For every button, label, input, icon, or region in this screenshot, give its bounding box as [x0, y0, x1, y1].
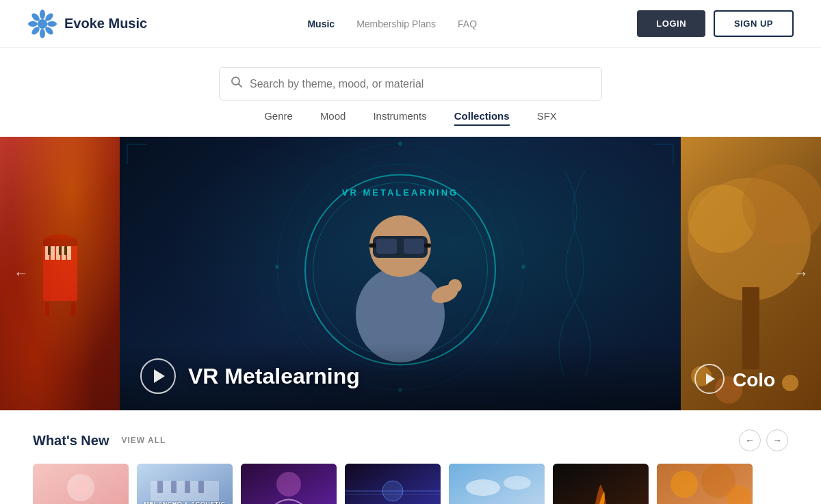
header-buttons: LOGIN SIGN UP: [637, 10, 794, 37]
main-nav: Music Membership Plans FAQ: [147, 18, 637, 29]
scroll-prev-button[interactable]: ←: [739, 429, 761, 451]
carousel-next-button[interactable]: →: [794, 265, 809, 282]
logo-icon: [27, 9, 57, 39]
nav-music[interactable]: Music: [307, 18, 335, 29]
svg-rect-62: [198, 481, 204, 493]
album-item[interactable]: SONAH 2: [241, 464, 337, 504]
search-bar: [219, 67, 602, 101]
view-all-link[interactable]: VIEW ALL: [121, 436, 166, 445]
svg-point-31: [521, 265, 525, 269]
svg-point-33: [275, 265, 279, 269]
nav-membership[interactable]: Membership Plans: [356, 18, 436, 29]
whats-new-header: What's New VIEW ALL ← →: [33, 429, 788, 451]
svg-point-53: [782, 375, 798, 391]
svg-point-4: [40, 29, 45, 38]
play-icon: [154, 369, 165, 383]
svg-point-46: [448, 279, 462, 293]
scroll-arrows: ← →: [739, 429, 788, 451]
album-art-5: [449, 464, 545, 504]
scroll-next-button[interactable]: →: [766, 429, 788, 451]
album-art-1: [33, 464, 129, 504]
album-item[interactable]: CINEMATIC INTENSE: [553, 464, 649, 504]
svg-point-8: [38, 19, 47, 29]
svg-rect-35: [127, 144, 128, 164]
svg-rect-41: [376, 239, 397, 254]
whats-new-title: What's New: [33, 433, 109, 449]
svg-rect-43: [369, 243, 376, 248]
carousel-center-panel: VR METALEARNING: [120, 137, 681, 410]
svg-point-71: [504, 476, 531, 490]
carousel-center-title: VR Metalearning: [188, 364, 360, 389]
svg-point-49: [742, 164, 821, 246]
svg-point-2: [47, 21, 57, 27]
album-item[interactable]: [33, 464, 129, 504]
logo-text: Evoke Music: [64, 16, 147, 31]
album-art-3: [241, 464, 337, 504]
album-item[interactable]: [449, 464, 545, 504]
logo-area: Evoke Music: [27, 9, 147, 39]
svg-line-10: [239, 84, 242, 88]
svg-rect-34: [127, 144, 147, 145]
svg-rect-44: [424, 243, 431, 248]
album-item[interactable]: [657, 464, 753, 504]
svg-point-56: [73, 479, 89, 496]
carousel-prev-button[interactable]: ←: [14, 265, 29, 282]
tab-collections[interactable]: Collections: [454, 110, 510, 126]
svg-point-0: [40, 10, 45, 19]
search-icon: [231, 76, 243, 92]
album-art-2: [137, 464, 233, 504]
search-input[interactable]: [250, 78, 590, 90]
album-art-7: [657, 464, 753, 504]
carousel-left-panel: ←: [0, 137, 120, 410]
svg-rect-50: [742, 287, 759, 369]
svg-point-68: [382, 481, 403, 501]
tab-instruments[interactable]: Instruments: [373, 110, 426, 126]
svg-rect-61: [185, 481, 190, 493]
album-art-4: [345, 464, 441, 504]
tab-sfx[interactable]: SFX: [537, 110, 557, 126]
search-section: Genre Mood Instruments Collections SFX: [0, 48, 821, 137]
signup-button[interactable]: SIGN UP: [714, 10, 794, 37]
svg-rect-36: [653, 144, 674, 145]
right-play-icon: [706, 373, 715, 384]
nav-faq[interactable]: FAQ: [458, 18, 477, 29]
svg-point-70: [466, 479, 500, 496]
carousel-right-panel: Colo →: [681, 137, 821, 410]
login-button[interactable]: LOGIN: [637, 10, 705, 37]
person-figure: [311, 164, 489, 369]
svg-rect-42: [404, 239, 424, 254]
tab-genre[interactable]: Genre: [264, 110, 293, 126]
header: Evoke Music Music Membership Plans FAQ L…: [0, 0, 821, 48]
whats-new-section: What's New VIEW ALL ← →: [0, 410, 821, 504]
album-label-2: MELANCHO & ACOUSTICSOFT POP: [137, 501, 233, 504]
album-art-6: [553, 464, 649, 504]
svg-rect-37: [673, 144, 674, 164]
carousel-section: ←: [0, 137, 821, 410]
tab-mood[interactable]: Mood: [320, 110, 346, 126]
svg-point-6: [28, 21, 38, 27]
right-play-button[interactable]: [694, 364, 725, 394]
album-item[interactable]: DRIVING BEATS: [345, 464, 441, 504]
carousel-play-button[interactable]: [140, 358, 176, 394]
filter-tabs: Genre Mood Instruments Collections SFX: [264, 101, 557, 126]
svg-rect-60: [171, 481, 177, 493]
svg-point-30: [398, 142, 402, 146]
album-item[interactable]: MELANCHO & ACOUSTICSOFT POP: [137, 464, 233, 504]
svg-rect-59: [157, 481, 163, 493]
albums-row: MELANCHO & ACOUSTICSOFT POP SONAH 2: [33, 464, 788, 504]
svg-point-75: [670, 470, 698, 498]
carousel-overlay: VR Metalearning: [120, 342, 681, 410]
svg-point-64: [276, 472, 301, 496]
carousel-right-title: Colo: [733, 369, 775, 391]
